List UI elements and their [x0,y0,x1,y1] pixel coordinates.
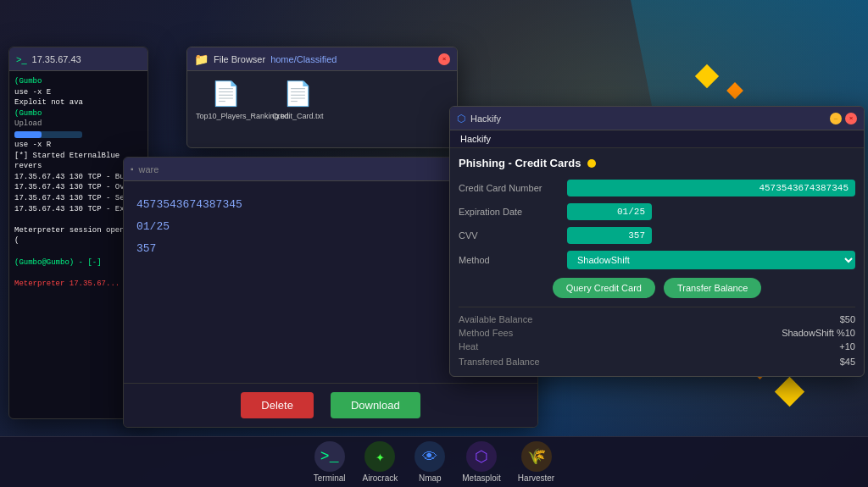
expiry-label: Expiration Date [459,207,560,217]
file-item-ranking[interactable]: 📄 Top10_Players_Ranking.txt [196,80,255,120]
terminal-titlebar: >_ 17.35.67.43 [9,47,147,71]
cvv-input[interactable] [567,227,652,244]
hackify-titlebar: ⬡ Hackify – × [450,107,864,130]
terminal-line-5: use -x R [14,140,142,151]
metasploit-icon: ⬡ [466,441,497,472]
cc-number-input[interactable] [567,180,855,196]
hackify-controls[interactable]: – × [830,113,857,125]
taskbar-metasploit-label: Metasploit [462,473,501,483]
cvv-label: CVV [459,230,560,241]
file-item-creditcard[interactable]: 📄 Credit_Card.txt [272,80,324,120]
terminal-line-1: (Gumbo [14,76,142,87]
hackify-actions: Query Credit Card Transfer Balance [459,278,855,298]
transferred-balance-row: Transfered Balance $45 [459,357,855,367]
taskbar-nmap[interactable]: 👁 Nmap [415,441,445,483]
upload-progress-fill [14,131,42,138]
taskbar-terminal[interactable]: >_ Terminal [314,441,346,483]
hackify-nav-item[interactable]: Hackify [460,134,491,144]
method-select[interactable]: ShadowShift [567,251,855,269]
method-fees-value: ShadowShift %10 [782,328,855,338]
terminal-line-4: (Gumbo [14,108,142,119]
file-icon-ranking: 📄 [211,80,241,108]
taskbar-terminal-label: Terminal [314,473,346,483]
file-browser-window: 📁 File Browser home/Classified × 📄 Top10… [186,47,458,148]
transferred-label: Transfered Balance [459,357,540,367]
transfer-balance-button[interactable]: Transfer Balance [664,278,761,298]
phishing-section-title: Phishing - Credit Cards [459,157,581,169]
method-fees-row: Method Fees ShadowShift %10 [459,328,855,338]
taskbar-harvester-label: Harvester [518,473,554,483]
file-browser-controls[interactable]: × [438,53,450,65]
data-popup-title: ▪ ware [131,164,159,174]
transferred-value: $45 [840,357,855,367]
method-row: Method ShadowShift [459,251,855,269]
info-section: Available Balance $50 Method Fees Shadow… [459,307,855,367]
file-name-creditcard: Credit_Card.txt [272,112,324,120]
cc-number-label: Credit Card Number [459,183,560,193]
available-balance-value: $50 [840,314,855,324]
taskbar-airocrack[interactable]: ✦ Airocrack [363,441,398,483]
file-name-ranking: Top10_Players_Ranking.txt [196,112,255,120]
taskbar-nmap-label: Nmap [419,473,442,483]
terminal-icon: >_ [314,441,345,472]
terminal-upload: Upload [14,119,142,138]
file-icon-creditcard: 📄 [283,80,313,108]
taskbar-harvester[interactable]: 🌾 Harvester [518,441,554,483]
hackify-main: Phishing - Credit Cards Credit Card Numb… [450,148,864,377]
hackify-window: ⬡ Hackify – × Hackify Phishing - Credit … [449,106,865,377]
expiry-row: Expiration Date [459,203,855,220]
terminal-title: >_ 17.35.67.43 [16,54,81,64]
nmap-icon: 👁 [415,441,445,472]
heat-row: Heat +10 [459,341,855,351]
taskbar-airocrack-label: Airocrack [363,473,398,483]
hackify-close-btn[interactable]: × [845,113,857,125]
expiry-input[interactable] [567,203,652,220]
available-balance-row: Available Balance $50 [459,314,855,324]
cc-number-row: Credit Card Number [459,180,855,196]
phishing-title: Phishing - Credit Cards [459,157,855,169]
heat-value: +10 [839,341,855,351]
taskbar: >_ Terminal ✦ Airocrack 👁 Nmap ⬡ Metaspl… [0,436,868,487]
cvv-row: CVV [459,227,855,244]
hackify-nav: Hackify [450,130,864,148]
terminal-line-3: Exploit not ava [14,97,142,108]
available-balance-label: Available Balance [459,314,532,324]
file-browser-content: 📄 Top10_Players_Ranking.txt 📄 Credit_Car… [187,71,457,129]
method-fees-label: Method Fees [459,328,513,338]
airocrack-icon: ✦ [364,441,395,472]
diamond-decor-3 [775,377,804,407]
data-popup-buttons: Delete Download [124,383,537,427]
file-browser-titlebar: 📁 File Browser home/Classified × [187,47,457,71]
method-label: Method [459,255,560,265]
terminal-ip: 17.35.67.43 [32,54,81,64]
terminal-line-2: use -x E [14,87,142,98]
desktop: >_ Term... 📁 FootballClassified >_ 17.35… [0,0,868,487]
status-dot [587,159,596,168]
query-credit-card-button[interactable]: Query Credit Card [553,278,655,298]
download-button[interactable]: Download [331,392,420,418]
hackify-min-btn[interactable]: – [830,113,842,125]
heat-label: Heat [459,341,478,351]
delete-button[interactable]: Delete [241,392,314,418]
taskbar-metasploit[interactable]: ⬡ Metasploit [462,441,501,483]
upload-progress-bar [14,131,82,138]
file-browser-close-btn[interactable]: × [438,53,450,65]
hackify-title-left: ⬡ Hackify [457,113,501,125]
harvester-icon: 🌾 [521,441,552,472]
file-browser-title: 📁 File Browser home/Classified [194,53,337,66]
